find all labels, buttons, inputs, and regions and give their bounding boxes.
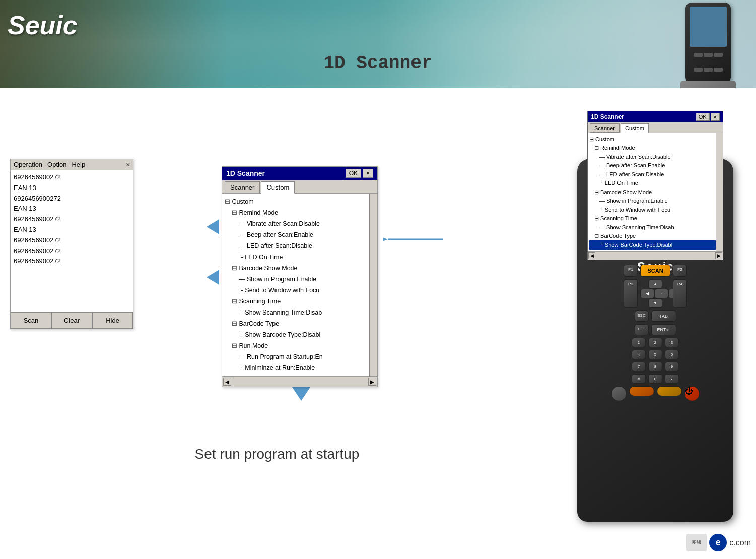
right-scanner-ok-button[interactable]: OK (696, 113, 710, 121)
brand-icon: 图钮 (686, 534, 707, 551)
key-left[interactable]: ◀ (640, 289, 654, 298)
right-scrollbar[interactable] (716, 133, 723, 251)
list-item: 6926456900272 (14, 194, 130, 204)
keypad-row-8: # 0 • (585, 374, 726, 384)
tree-item: └ LED On Time (225, 252, 375, 263)
left-arrow-remind (207, 219, 219, 234)
seuic-logo: Seuic (8, 10, 78, 40)
down-arrow (291, 386, 311, 401)
right-tree-item: — LED after Scan:Disable (589, 170, 721, 179)
scanner-ok-button[interactable]: OK (346, 169, 361, 178)
menu-help[interactable]: Help (72, 161, 85, 168)
scan-panel-titlebar: Operation Option Help × (11, 159, 133, 170)
tree-item: — Show in Program:Enable (225, 274, 375, 285)
keypad-center-nav: ▲ ◀ · ▶ ▼ (640, 279, 670, 308)
key-9[interactable]: 9 (665, 362, 679, 371)
right-scroll-track[interactable] (596, 252, 714, 259)
key-tab[interactable]: TAB (651, 310, 676, 322)
clear-button[interactable]: Clear (51, 312, 92, 329)
key-center[interactable]: · (654, 289, 668, 298)
scroll-left-button[interactable]: ◀ (223, 378, 231, 386)
tab-custom[interactable]: Custom (261, 181, 295, 194)
right-tree-item: ⊟ Custom (589, 135, 721, 144)
right-scanner-tree: ⊟ Custom ⊟ Remind Mode — Vibrate after S… (588, 133, 723, 251)
key-p4[interactable]: P4 (673, 279, 687, 308)
menu-option[interactable]: Option (47, 161, 66, 168)
website-text: c.com (729, 538, 751, 547)
key-orange[interactable] (629, 386, 654, 396)
key-func[interactable] (611, 386, 627, 401)
key-3[interactable]: 3 (665, 338, 679, 347)
right-scanner-title: 1D Scanner (591, 113, 624, 120)
tree-item: └ Send to Window with Focu (225, 285, 375, 296)
tree-item: └ Show Barcode Type:Disabl (225, 329, 375, 340)
device-keypad: P1 SCAN P2 P3 ▲ ◀ · (585, 265, 726, 404)
key-0[interactable]: 0 (648, 374, 662, 384)
right-tab-scanner[interactable]: Scanner (590, 123, 620, 133)
keypad-row-7: 7 8 9 (585, 362, 726, 371)
key-7[interactable]: 7 (632, 362, 646, 371)
right-to-device-arrow (383, 234, 433, 244)
right-scroll-right[interactable]: ▶ (715, 252, 722, 259)
tree-item: — Vibrate after Scan:Disable (225, 218, 375, 229)
key-dot[interactable]: • (665, 374, 679, 384)
key-2[interactable]: 2 (648, 338, 662, 347)
nav-down-row: ▼ (640, 298, 670, 308)
key-p3[interactable]: P3 (624, 279, 638, 308)
key-8[interactable]: 8 (648, 362, 662, 371)
keypad-bottom-row: ⏻ (585, 386, 726, 401)
keypad-row-1: P1 SCAN P2 (585, 265, 726, 277)
key-1[interactable]: 1 (632, 338, 646, 347)
key-p1[interactable]: P1 (624, 265, 638, 277)
list-item: 6926456900272 (14, 172, 130, 183)
list-item: EAN 13 (14, 225, 130, 235)
tree-item: — Run Program at Startup:En (225, 351, 375, 362)
scan-button[interactable]: Scan (11, 312, 51, 329)
key-down[interactable]: ▼ (648, 298, 662, 308)
tree-item: ⊟ Barcode Show Mode (225, 263, 375, 274)
right-scroll-left[interactable]: ◀ (588, 252, 595, 259)
key-hash[interactable]: # (632, 374, 646, 384)
right-scanner-close-button[interactable]: × (711, 113, 720, 121)
right-tab-custom[interactable]: Custom (621, 123, 649, 133)
key-power[interactable]: ⏻ (684, 386, 700, 401)
list-item: 6926456900272 (14, 246, 130, 257)
right-device-container: 1D Scanner OK × Scanner Custom ⊟ Custom … (544, 93, 741, 532)
tab-scanner[interactable]: Scanner (225, 181, 260, 193)
key-esc[interactable]: ESC (635, 310, 649, 322)
key-up[interactable]: ▲ (648, 279, 662, 289)
hide-button[interactable]: Hide (92, 312, 133, 329)
key-eft[interactable]: EFT (635, 324, 649, 335)
list-item: EAN 13 (14, 204, 130, 214)
right-tree-item: — Show Scanning Time:Disab (589, 223, 721, 232)
scan-panel-close-button[interactable]: × (126, 161, 130, 168)
scroll-right-button[interactable]: ▶ (368, 378, 376, 386)
device-banner-right (630, 0, 731, 88)
right-tree-item: ⊟ Barcode Show Mode (589, 188, 721, 197)
list-item: 6926456900272 (14, 235, 130, 246)
right-tree-item: └ Send to Window with Focu (589, 205, 721, 214)
scanner-window: 1D Scanner OK × Scanner Custom ⊟ Custom … (222, 166, 378, 387)
menu-operation[interactable]: Operation (14, 161, 42, 168)
key-6[interactable]: 6 (665, 350, 679, 359)
list-item: 6926456900272 (14, 214, 130, 225)
right-tree-item: ⊟ BarCode Type (589, 232, 721, 241)
header-banner: Seuic (0, 0, 756, 88)
list-item: 6926456900272 (14, 256, 130, 267)
key-yellow[interactable] (657, 386, 682, 396)
key-p2[interactable]: P2 (673, 265, 687, 277)
key-5[interactable]: 5 (648, 350, 662, 359)
scroll-track[interactable] (232, 378, 367, 386)
key-scan[interactable]: SCAN (640, 265, 670, 277)
right-scanner-controls: OK × (695, 113, 720, 121)
right-tree-item: ⊟ Scanning Time (589, 214, 721, 223)
scanner-scrollbar[interactable] (369, 194, 377, 376)
tree-item: └ Miniminze at Run:Enable (225, 362, 375, 374)
ie-icon: e (709, 534, 727, 551)
tree-item: ⊟ Remind Mode (225, 207, 375, 218)
scanner-close-button[interactable]: × (363, 169, 373, 178)
right-tree-item: └ Show BarCode Type:Disabl (589, 240, 721, 250)
key-ent[interactable]: ENT↵ (651, 324, 676, 335)
scan-results-list: 6926456900272 EAN 13 6926456900272 EAN 1… (11, 170, 133, 312)
key-4[interactable]: 4 (632, 350, 646, 359)
